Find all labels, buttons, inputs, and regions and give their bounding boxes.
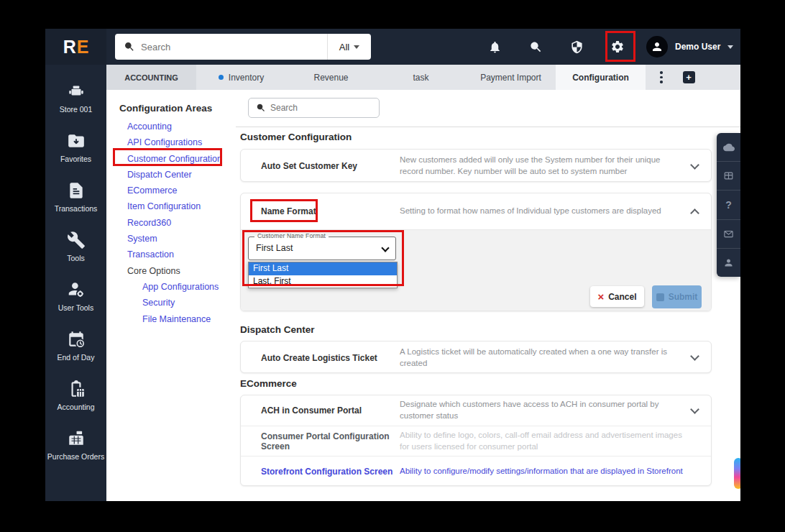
sidebar-item-accounting[interactable]: Accounting bbox=[45, 371, 106, 421]
tab-accounting[interactable]: ACCOUNTING bbox=[106, 65, 196, 90]
sidebar-item-end-of-day[interactable]: End of Day bbox=[45, 321, 106, 371]
setting-description: New customers added will only use the Sy… bbox=[400, 155, 692, 177]
setting-label: Auto Set Customer Key bbox=[261, 161, 400, 171]
nav-link-transaction[interactable]: Transaction bbox=[119, 247, 229, 262]
cancel-label: Cancel bbox=[608, 292, 636, 302]
sidebar-item-user-tools[interactable]: User Tools bbox=[45, 272, 106, 321]
nav-link-security[interactable]: Security bbox=[119, 295, 229, 311]
settings-search-input[interactable] bbox=[270, 103, 379, 113]
more-vert-icon[interactable] bbox=[657, 68, 666, 86]
sidebar-item-store[interactable]: Store 001 bbox=[45, 73, 106, 123]
user-menu[interactable]: Demo User bbox=[646, 29, 733, 65]
tab-revenue[interactable]: Revenue bbox=[286, 65, 376, 90]
nav-link-file-maintenance[interactable]: File Maintenance bbox=[119, 311, 229, 327]
nav-link-accounting[interactable]: Accounting bbox=[119, 119, 229, 134]
nav-link-api-configurations[interactable]: API Configurations bbox=[119, 134, 229, 150]
nav-link-ecommerce[interactable]: ECommerce bbox=[119, 183, 229, 198]
setting-label: Name Format bbox=[261, 206, 400, 216]
wrench-icon bbox=[67, 231, 86, 249]
sidebar-item-purchase-orders[interactable]: Purchase Orders bbox=[45, 421, 106, 470]
chevron-up-icon[interactable] bbox=[690, 208, 699, 218]
section-title-customer-configuration: Customer Configuration bbox=[240, 132, 352, 142]
chevron-down-icon[interactable] bbox=[690, 405, 699, 414]
add-tab-icon[interactable]: + bbox=[683, 71, 695, 83]
setting-row[interactable]: Name Format Setting to format how names … bbox=[241, 193, 711, 229]
nav-link-item-configuration[interactable]: Item Configuration bbox=[119, 198, 229, 214]
tab-configuration[interactable]: Configuration bbox=[556, 65, 646, 90]
module-tab-bar: ACCOUNTING Inventory Revenue task Paymen… bbox=[106, 65, 740, 90]
setting-description: Designate which customers have access to… bbox=[400, 399, 692, 421]
help-icon[interactable]: ? bbox=[717, 191, 740, 219]
right-utility-rail: ? bbox=[717, 133, 740, 277]
bell-icon[interactable] bbox=[487, 40, 502, 54]
global-search: All bbox=[115, 34, 371, 60]
setting-description: Setting to format how names of Individua… bbox=[400, 206, 692, 217]
setting-label: Storefront Configuration Screen bbox=[261, 467, 400, 477]
config-nav-list: Accounting API Configurations Customer C… bbox=[119, 119, 229, 327]
search-icon[interactable] bbox=[528, 40, 543, 54]
tab-task[interactable]: task bbox=[376, 65, 466, 90]
logo-letter-r: R bbox=[63, 37, 76, 58]
nav-link-dispatch-center[interactable]: Dispatch Center bbox=[119, 167, 229, 183]
store-register-icon bbox=[67, 82, 86, 101]
setting-row-consumer-portal-config[interactable]: Consumer Portal Configuration Screen Abi… bbox=[241, 426, 711, 456]
select-option-list: First Last Last, First bbox=[248, 262, 398, 288]
assistant-gradient-pill[interactable] bbox=[734, 458, 740, 489]
tab-label: Inventory bbox=[229, 73, 264, 83]
tab-label: Revenue bbox=[313, 73, 348, 83]
nav-group-core-options: Core Options bbox=[119, 263, 229, 279]
app-logo[interactable]: R E bbox=[45, 29, 106, 65]
submit-label: Submit bbox=[669, 292, 698, 302]
gear-icon[interactable] bbox=[610, 40, 625, 54]
sidebar-item-label: Store 001 bbox=[60, 105, 93, 114]
user-gear-icon bbox=[67, 280, 86, 299]
cloud-icon[interactable] bbox=[717, 133, 740, 162]
mail-icon[interactable] bbox=[717, 220, 740, 249]
setting-description: Ability to define logo, colors, call-off… bbox=[400, 430, 698, 452]
setting-description: Ability to configure/modify settings/inf… bbox=[400, 466, 698, 477]
setting-row-storefront-config[interactable]: Storefront Configuration Screen Ability … bbox=[241, 456, 711, 486]
tab-payment-import[interactable]: Payment Import bbox=[466, 65, 556, 90]
chevron-down-icon[interactable] bbox=[690, 352, 699, 361]
tab-label: task bbox=[413, 73, 428, 83]
nav-link-customer-configuration[interactable]: Customer Configuration bbox=[119, 151, 229, 167]
header-icons bbox=[487, 29, 625, 65]
nav-link-app-configurations[interactable]: App Configurations bbox=[119, 279, 229, 295]
sidebar-item-label: Transactions bbox=[55, 204, 98, 213]
sidebar-item-tools[interactable]: Tools bbox=[45, 222, 106, 272]
setting-card-auto-set-customer-key: Auto Set Customer Key New customers adde… bbox=[240, 149, 712, 182]
name-format-editor: Customer Name Format First Last First La… bbox=[241, 229, 711, 311]
setting-row[interactable]: Auto Set Customer Key New customers adde… bbox=[241, 150, 711, 182]
divider bbox=[236, 127, 740, 127]
screenshot-stage: R E All bbox=[0, 0, 785, 532]
chevron-down-icon[interactable] bbox=[690, 160, 699, 170]
tab-label: Payment Import bbox=[480, 73, 541, 83]
setting-row[interactable]: Auto Create Logistics Ticket A Logistics… bbox=[241, 341, 711, 373]
sidebar-item-transactions[interactable]: Transactions bbox=[45, 173, 106, 222]
sidebar-item-favorites[interactable]: Favorites bbox=[45, 123, 106, 173]
tab-inventory[interactable]: Inventory bbox=[196, 65, 286, 90]
nav-link-record360[interactable]: Record360 bbox=[119, 215, 229, 231]
setting-card-ecommerce: ACH in Consumer Portal Designate which c… bbox=[240, 395, 712, 486]
setting-description: A Logistics ticket will be automatically… bbox=[400, 347, 692, 369]
customer-name-format-select[interactable]: Customer Name Format First Last bbox=[248, 237, 396, 260]
cancel-button[interactable]: × Cancel bbox=[590, 286, 644, 307]
table-grid-icon[interactable] bbox=[717, 162, 740, 191]
search-scope-dropdown[interactable]: All bbox=[328, 34, 371, 60]
top-header: R E All bbox=[45, 29, 740, 65]
left-sidebar: Store 001 Favorites Transactions Tools U… bbox=[45, 65, 106, 501]
avatar-icon bbox=[646, 36, 668, 58]
option-last-first[interactable]: Last, First bbox=[249, 275, 397, 288]
clipboard-calculator-icon bbox=[67, 380, 86, 398]
chevron-down-icon bbox=[354, 45, 359, 49]
option-first-last[interactable]: First Last bbox=[249, 262, 397, 275]
shield-icon[interactable] bbox=[569, 40, 584, 54]
setting-label: Consumer Portal Configuration Screen bbox=[261, 431, 400, 451]
nav-link-system[interactable]: System bbox=[119, 231, 229, 247]
setting-card-name-format: Name Format Setting to format how names … bbox=[240, 193, 712, 311]
submit-button[interactable]: Submit bbox=[652, 285, 702, 308]
document-icon bbox=[67, 181, 86, 200]
person-icon[interactable] bbox=[717, 249, 740, 277]
global-search-input[interactable] bbox=[141, 34, 327, 60]
setting-row-ach-consumer-portal[interactable]: ACH in Consumer Portal Designate which c… bbox=[241, 395, 711, 426]
